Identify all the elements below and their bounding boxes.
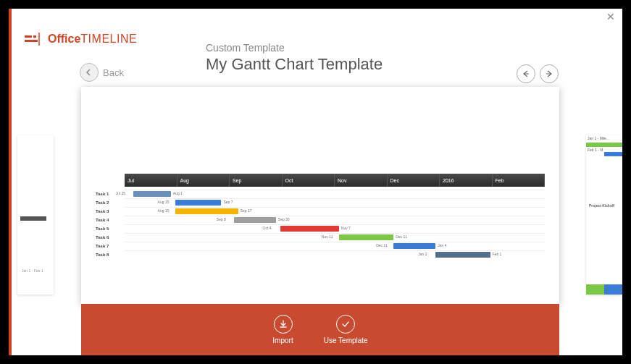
task-label: Task 7 — [96, 244, 125, 248]
timeline-header: JulAugSepOctNovDec2016Feb — [125, 174, 545, 187]
task-row: Task 7Dec 11Jan 4 — [96, 242, 545, 250]
next-thumb-title: Project Kickoff — [589, 203, 614, 208]
svg-rect-0 — [25, 35, 32, 38]
task-row: Task 8Jan 2Feb 1 — [96, 250, 545, 259]
bar-end-label: Nov 7 — [341, 226, 351, 230]
bar-start-label: Aug 15 — [158, 200, 170, 204]
task-track: Sep 8Sep 30 — [125, 216, 545, 224]
bar-end-label: Dec 11 — [396, 234, 407, 239]
bar-start-label: Jan 2 — [418, 252, 427, 256]
task-row: Task 3Aug 15Sep 17 — [96, 207, 545, 216]
template-preview: JulAugSepOctNovDec2016Feb Task 1Jul 25Au… — [81, 87, 559, 304]
task-row: Task 4Sep 8Sep 30 — [96, 216, 545, 224]
task-rows: Task 1Jul 25Aug 1Task 2Aug 15Sep 7Task 3… — [96, 190, 545, 259]
month-cell: Jul — [125, 174, 177, 187]
bar-start-label: Oct 4 — [263, 226, 272, 230]
close-icon[interactable]: ✕ — [606, 11, 615, 22]
month-cell: Oct — [283, 174, 335, 187]
back-label: Back — [103, 67, 124, 78]
task-row: Task 6Nov 11Dec 11 — [96, 233, 545, 242]
prev-thumbnail[interactable]: Jan 1 - Feb 1 — [17, 135, 54, 295]
svg-rect-2 — [33, 35, 36, 38]
task-label: Task 5 — [96, 227, 125, 231]
task-track: Jan 2Feb 1 — [125, 250, 545, 259]
bar-end-label: Sep 17 — [241, 208, 252, 213]
task-track: Aug 15Sep 17 — [125, 207, 545, 216]
task-row: Task 1Jul 25Aug 1 — [96, 190, 545, 198]
next-button[interactable] — [540, 64, 559, 83]
bar-end-label: Aug 1 — [173, 191, 183, 195]
import-label: Import — [272, 337, 293, 344]
task-label: Task 2 — [96, 200, 125, 205]
month-cell: Sep — [230, 174, 283, 187]
bar-start-label: Sep 8 — [217, 217, 226, 221]
use-template-label: Use Template — [324, 337, 368, 344]
month-cell: Aug — [177, 174, 230, 187]
logo: OfficeTIMELINE — [25, 33, 137, 46]
gantt-bar — [435, 252, 490, 258]
task-track: Aug 15Sep 7 — [125, 198, 545, 207]
bar-start-label: Dec 11 — [376, 243, 388, 247]
bar-end-label: Sep 30 — [278, 217, 290, 221]
next-thumb-lbl1: Jan 1 - Mile... — [588, 136, 609, 140]
use-template-button[interactable]: Use Template — [324, 315, 368, 344]
task-track: Jul 25Aug 1 — [125, 190, 545, 198]
task-label: Task 4 — [96, 218, 125, 222]
back-button[interactable]: Back — [80, 63, 124, 82]
logo-timeline: TIMELINE — [80, 33, 137, 45]
prev-thumb-text: Jan 1 - Feb 1 — [22, 268, 43, 273]
task-track: Dec 11Jan 4 — [125, 242, 545, 250]
task-track: Oct 4Nov 7 — [125, 224, 545, 233]
task-row: Task 2Aug 15Sep 7 — [96, 198, 545, 207]
gantt-bar — [339, 234, 393, 240]
month-cell: Feb — [493, 174, 546, 187]
page-title: My Gantt Chart Template — [206, 55, 383, 74]
next-thumbnail[interactable]: Jan 1 - Mile... Feb 1 - M Project Kickof… — [586, 135, 622, 295]
import-button[interactable]: Import — [272, 315, 293, 344]
action-bar: Import Use Template — [81, 304, 559, 355]
logo-text: OfficeTIMELINE — [48, 33, 137, 46]
next-thumb-lbl2: Feb 1 - M — [588, 148, 603, 152]
gantt-bar — [175, 208, 238, 214]
logo-office: Office — [48, 33, 80, 45]
gantt-bar — [175, 200, 222, 206]
gantt-bar — [234, 217, 276, 223]
bar-end-label: Jan 4 — [438, 243, 446, 247]
prev-button[interactable] — [517, 64, 535, 83]
month-cell: Nov — [335, 174, 388, 187]
gantt-bar — [280, 226, 339, 232]
month-cell: Dec — [388, 174, 440, 187]
back-arrow-icon — [80, 63, 99, 82]
bar-start-label: Aug 15 — [158, 208, 170, 213]
bar-start-label: Jul 25 — [116, 191, 125, 195]
task-row: Task 5Oct 4Nov 7 — [96, 224, 545, 233]
breadcrumb: Custom Template — [206, 42, 383, 54]
svg-rect-1 — [25, 40, 38, 42]
accent-stripe — [9, 9, 12, 355]
download-icon — [274, 315, 293, 334]
logo-icon — [25, 33, 43, 46]
gantt-bar — [133, 191, 171, 197]
bar-end-label: Feb 1 — [493, 252, 502, 256]
check-icon — [336, 315, 355, 334]
nav-arrows — [517, 64, 559, 83]
task-label: Task 3 — [96, 209, 125, 213]
task-label: Task 8 — [96, 253, 125, 257]
gantt-bar — [393, 243, 435, 249]
bar-end-label: Sep 7 — [223, 200, 233, 204]
task-track: Nov 11Dec 11 — [125, 233, 545, 242]
header-block: Custom Template My Gantt Chart Template — [206, 42, 383, 74]
gantt-chart: JulAugSepOctNovDec2016Feb Task 1Jul 25Au… — [96, 174, 545, 259]
bar-start-label: Nov 11 — [322, 234, 333, 239]
task-label: Task 6 — [96, 235, 125, 240]
month-cell: 2016 — [440, 174, 493, 187]
